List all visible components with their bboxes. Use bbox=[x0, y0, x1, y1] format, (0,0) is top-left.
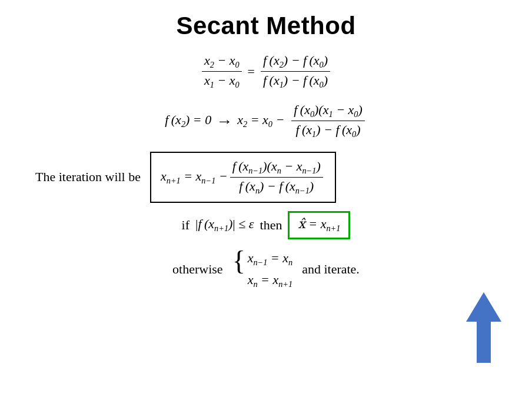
frac-right-den: f (x1) − f (x0) bbox=[261, 72, 330, 90]
formula-section-5: otherwise { xn−1 = xn xn = xn+1 and iter… bbox=[172, 248, 360, 292]
blue-arrow bbox=[466, 292, 501, 369]
iteration-label: The iteration will be bbox=[35, 169, 141, 185]
svg-rect-0 bbox=[477, 316, 491, 363]
frac-iter-den: f (xn) − f (xn−1) bbox=[237, 178, 316, 196]
fx2-zero: f (x2) = 0 bbox=[165, 112, 211, 129]
page-title: Secant Method bbox=[176, 12, 355, 40]
if-condition: |f (xn+1)| ≤ ε bbox=[195, 216, 254, 233]
frac-s2-den: f (x1) − f (x0) bbox=[293, 121, 363, 139]
result-formula: x̂ = xn+1 bbox=[298, 216, 340, 233]
formula-section-1: x2 − x0 x1 − x0 = f (x2) − f (x0) f (x1)… bbox=[200, 53, 332, 91]
brace-line-1: xn−1 = xn bbox=[248, 248, 293, 269]
page-container: Secant Method x2 − x0 x1 − x0 = f (x2) −… bbox=[0, 0, 532, 404]
formula-section-2: f (x2) = 0 → x2 = x0 − f (x0)(x1 − x0) f… bbox=[165, 102, 367, 140]
then-label: then bbox=[260, 218, 282, 233]
frac-iter-num: f (xn−1)(xn − xn−1) bbox=[230, 159, 323, 178]
frac-iteration: f (xn−1)(xn − xn−1) f (xn) − f (xn−1) bbox=[230, 159, 323, 196]
brace-line-2: xn = xn+1 bbox=[248, 269, 293, 291]
if-label: if bbox=[182, 218, 189, 233]
frac-left-num: x2 − x0 bbox=[202, 53, 242, 72]
frac-left-den: x1 − x0 bbox=[202, 72, 242, 90]
frac-s2-num: f (x0)(x1 − x0) bbox=[291, 102, 364, 121]
frac-right-num: f (x2) − f (x0) bbox=[261, 53, 330, 72]
and-iterate-label: and iterate. bbox=[302, 262, 360, 277]
x2-formula: x2 = x0 − bbox=[237, 112, 284, 129]
frac-section2: f (x0)(x1 − x0) f (x1) − f (x0) bbox=[291, 102, 364, 140]
formula-section-4: if |f (xn+1)| ≤ ε then x̂ = xn+1 bbox=[182, 211, 351, 239]
iteration-lhs: xn+1 = xn−1 − bbox=[161, 169, 228, 186]
formula-section-3: The iteration will be xn+1 = xn−1 − f (x… bbox=[24, 152, 508, 203]
otherwise-label: otherwise bbox=[172, 262, 223, 277]
equals-sign-1: = bbox=[248, 64, 255, 79]
result-box: x̂ = xn+1 bbox=[288, 211, 350, 239]
frac-right: f (x2) − f (x0) f (x1) − f (x0) bbox=[261, 53, 330, 91]
brace-system: { xn−1 = xn xn = xn+1 bbox=[232, 248, 293, 292]
implies-arrow: → bbox=[216, 112, 232, 131]
frac-left: x2 − x0 x1 − x0 bbox=[202, 53, 242, 91]
iteration-formula-box: xn+1 = xn−1 − f (xn−1)(xn − xn−1) f (xn)… bbox=[150, 152, 336, 203]
svg-marker-1 bbox=[466, 292, 501, 322]
brace-symbol: { bbox=[232, 248, 245, 275]
